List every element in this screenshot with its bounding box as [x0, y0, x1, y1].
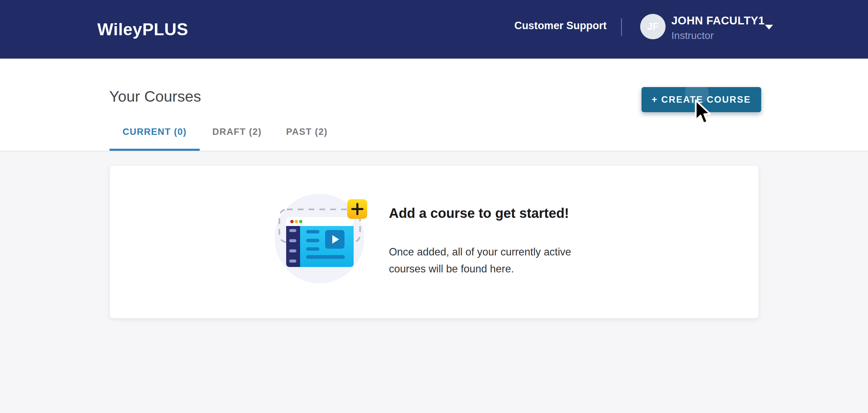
avatar[interactable]: JF	[640, 14, 666, 39]
chevron-down-icon[interactable]	[765, 25, 773, 29]
empty-state-text: Add a course to get started! Once added,…	[389, 205, 571, 277]
tabbar: CURRENT (0) DRAFT (2) PAST (2)	[110, 118, 339, 151]
empty-state-card: Add a course to get started! Once added,…	[110, 165, 759, 318]
app-header: WileyPLUS Customer Support JF JOHN FACUL…	[0, 0, 868, 59]
browser-dot-green	[299, 220, 302, 223]
tab-current[interactable]: CURRENT (0)	[110, 118, 200, 151]
empty-state-body: Once added, all of your currently active…	[389, 244, 571, 277]
empty-state-body-line2: courses will be found here.	[389, 261, 571, 277]
user-role: Instructor	[671, 30, 714, 41]
empty-state-heading: Add a course to get started!	[389, 205, 571, 221]
page-title: Your Courses	[109, 88, 201, 105]
create-course-button[interactable]: + CREATE COURSE	[642, 87, 761, 112]
course-illustration	[272, 192, 373, 293]
browser-dot-yellow	[295, 220, 298, 223]
header-divider	[621, 18, 622, 36]
tab-draft[interactable]: DRAFT (2)	[200, 118, 274, 151]
app-logo: WileyPLUS	[97, 20, 188, 39]
create-course-label: + CREATE COURSE	[652, 95, 751, 105]
subheader: Your Courses CURRENT (0) DRAFT (2) PAST …	[0, 59, 868, 151]
content-area: Add a course to get started! Once added,…	[0, 151, 868, 413]
customer-support-link[interactable]: Customer Support	[514, 20, 607, 32]
user-name[interactable]: JOHN FACULTY1	[671, 14, 765, 27]
tab-past[interactable]: PAST (2)	[274, 118, 339, 151]
browser-dot-red	[290, 220, 294, 223]
empty-state-body-line1: Once added, all of your currently active	[389, 244, 571, 261]
